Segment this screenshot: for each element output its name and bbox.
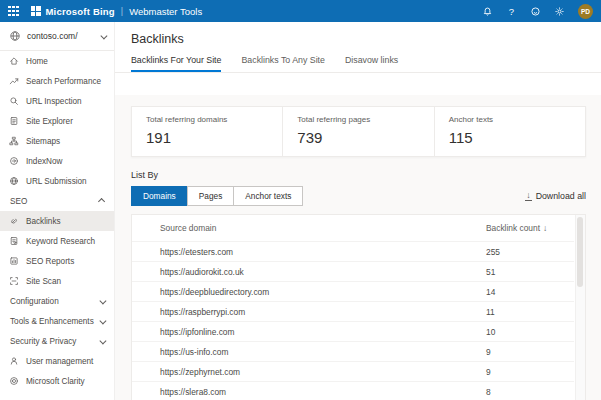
sidebar-item-label: Site Scan bbox=[26, 277, 61, 286]
backlinks-table: Source domain Backlink count↓ https://et… bbox=[131, 214, 586, 400]
sidebar-item-home[interactable]: Home bbox=[0, 51, 114, 71]
download-all-button[interactable]: ↓ Download all bbox=[525, 191, 586, 201]
toggle-domains[interactable]: Domains bbox=[131, 186, 188, 206]
sidebar-item-site-explorer[interactable]: Site Explorer bbox=[0, 111, 114, 131]
source-domain-link[interactable]: https://etesters.com bbox=[160, 247, 486, 257]
sidebar-group-label: Configuration bbox=[10, 297, 59, 306]
site-selector[interactable]: contoso.com/ bbox=[0, 22, 114, 51]
settings-icon[interactable] bbox=[554, 6, 565, 17]
magnifier-icon bbox=[9, 96, 19, 106]
app-launcher-icon[interactable] bbox=[8, 6, 19, 17]
tab-backlinks-to-any-site[interactable]: Backlinks To Any Site bbox=[241, 55, 324, 72]
sidebar-item-user-management[interactable]: User management bbox=[0, 351, 114, 371]
sidebar-item-sitemaps[interactable]: Sitemaps bbox=[0, 131, 114, 151]
brand-divider: | bbox=[121, 6, 123, 16]
table-row[interactable]: https://etesters.com 255 bbox=[132, 241, 574, 261]
sidebar-group-tools-enhancements[interactable]: Tools & Enhancements bbox=[0, 311, 114, 331]
tab-backlinks-for-your-site[interactable]: Backlinks For Your Site bbox=[131, 55, 221, 72]
table-row[interactable]: https://ipfonline.com 10 bbox=[132, 321, 574, 341]
source-domain-link[interactable]: https://raspberrypi.com bbox=[160, 307, 486, 317]
sidebar-item-search-performance[interactable]: Search Performance bbox=[0, 71, 114, 91]
download-icon: ↓ bbox=[525, 191, 532, 201]
sidebar-item-label: Microsoft Clarity bbox=[26, 377, 85, 386]
table-row[interactable]: https://us-info.com 9 bbox=[132, 341, 574, 361]
sidebar-group-seo[interactable]: SEO bbox=[0, 191, 114, 211]
table-row[interactable]: https://zephyrnet.com 9 bbox=[132, 361, 574, 381]
sidebar-item-url-submission[interactable]: URL Submission bbox=[0, 171, 114, 191]
notifications-icon[interactable] bbox=[482, 6, 493, 17]
sidebar-item-label: Site Explorer bbox=[26, 117, 73, 126]
content-area: Total referring domains 191 Total referr… bbox=[115, 95, 601, 400]
backlink-count: 9 bbox=[486, 367, 574, 377]
sidebar-group-configuration[interactable]: Configuration bbox=[0, 291, 114, 311]
backlink-count: 14 bbox=[486, 287, 574, 297]
sidebar-item-label: Search Performance bbox=[26, 77, 101, 86]
sidebar-item-url-inspection[interactable]: URL Inspection bbox=[0, 91, 114, 111]
table-row[interactable]: https://deepbluedirectory.com 14 bbox=[132, 281, 574, 301]
backlink-count: 8 bbox=[486, 387, 574, 397]
sidebar-group-label: Tools & Enhancements bbox=[10, 317, 94, 326]
table-row[interactable]: https://slera8.com 8 bbox=[132, 381, 574, 400]
table-scrollbar[interactable] bbox=[575, 215, 585, 400]
sidebar-item-seo-reports[interactable]: SEO Reports bbox=[0, 251, 114, 271]
sidebar-item-label: IndexNow bbox=[26, 157, 62, 166]
source-domain-link[interactable]: https://ipfonline.com bbox=[160, 327, 486, 337]
microsoft-logo-icon bbox=[31, 6, 41, 16]
sidebar-item-backlinks[interactable]: Backlinks bbox=[0, 211, 114, 231]
sidebar-group-security-privacy[interactable]: Security & Privacy bbox=[0, 331, 114, 351]
list-by-toggle-group: Domains Pages Anchor texts bbox=[131, 186, 303, 206]
trend-chart-icon bbox=[9, 76, 19, 86]
backlink-count: 255 bbox=[486, 247, 574, 257]
stat-total-referring-pages: Total referring pages 739 bbox=[283, 107, 434, 156]
sidebar-item-keyword-research[interactable]: Keyword Research bbox=[0, 231, 114, 251]
scan-icon bbox=[9, 276, 19, 286]
toggle-anchor-texts[interactable]: Anchor texts bbox=[233, 186, 303, 206]
stat-total-referring-domains: Total referring domains 191 bbox=[132, 107, 283, 156]
source-domain-link[interactable]: https://us-info.com bbox=[160, 347, 486, 357]
keyword-icon bbox=[9, 236, 19, 246]
sidebar-item-label: URL Inspection bbox=[26, 97, 82, 106]
sidebar-item-label: User management bbox=[26, 357, 93, 366]
sidebar-item-site-scan[interactable]: Site Scan bbox=[0, 271, 114, 291]
tab-disavow-links[interactable]: Disavow links bbox=[345, 55, 398, 72]
list-by-row: Domains Pages Anchor texts ↓ Download al… bbox=[131, 186, 586, 206]
link-icon bbox=[9, 216, 19, 226]
feedback-icon[interactable] bbox=[530, 6, 541, 17]
backlink-count: 9 bbox=[486, 347, 574, 357]
sidebar-item-indexnow[interactable]: IndexNow bbox=[0, 151, 114, 171]
backlink-count: 51 bbox=[486, 267, 574, 277]
indexnow-icon bbox=[9, 156, 19, 166]
stat-label: Total referring domains bbox=[146, 115, 268, 124]
column-source-domain[interactable]: Source domain bbox=[160, 223, 486, 233]
table-row[interactable]: https://raspberrypi.com 11 bbox=[132, 301, 574, 321]
main-panel: Backlinks Backlinks For Your Site Backli… bbox=[115, 22, 601, 400]
chevron-up-icon bbox=[98, 199, 104, 205]
source-domain-link[interactable]: https://slera8.com bbox=[160, 387, 486, 397]
chevron-down-icon bbox=[100, 32, 106, 38]
sort-descending-icon[interactable]: ↓ bbox=[543, 223, 547, 233]
sidebar-item-microsoft-clarity[interactable]: Microsoft Clarity bbox=[0, 371, 114, 391]
summary-stats-card: Total referring domains 191 Total referr… bbox=[131, 106, 586, 157]
list-by-label: List By bbox=[131, 170, 586, 180]
document-icon bbox=[9, 116, 19, 126]
source-domain-link[interactable]: https://deepbluedirectory.com bbox=[160, 287, 486, 297]
source-domain-link[interactable]: https://audiorokit.co.uk bbox=[160, 267, 486, 277]
backlink-count: 11 bbox=[486, 307, 574, 317]
table-header-row: Source domain Backlink count↓ bbox=[132, 215, 574, 241]
column-backlink-count[interactable]: Backlink count↓ bbox=[486, 223, 574, 233]
sidebar-group-label: SEO bbox=[10, 197, 27, 206]
user-avatar[interactable]: PD bbox=[578, 4, 593, 19]
header-divider bbox=[115, 72, 601, 73]
table-row[interactable]: https://audiorokit.co.uk 51 bbox=[132, 261, 574, 281]
table-scrollbar-thumb[interactable] bbox=[577, 217, 583, 287]
help-icon[interactable]: ? bbox=[506, 6, 517, 17]
toggle-pages[interactable]: Pages bbox=[187, 186, 235, 206]
sidebar-item-label: Sitemaps bbox=[26, 137, 60, 146]
stat-label: Total referring pages bbox=[297, 115, 419, 124]
sidebar-item-label: SEO Reports bbox=[26, 257, 74, 266]
backlinks-tabs: Backlinks For Your Site Backlinks To Any… bbox=[131, 55, 585, 72]
stat-value: 115 bbox=[449, 129, 571, 146]
globe-upload-icon bbox=[9, 176, 19, 186]
source-domain-link[interactable]: https://zephyrnet.com bbox=[160, 367, 486, 377]
chevron-down-icon bbox=[99, 297, 105, 303]
